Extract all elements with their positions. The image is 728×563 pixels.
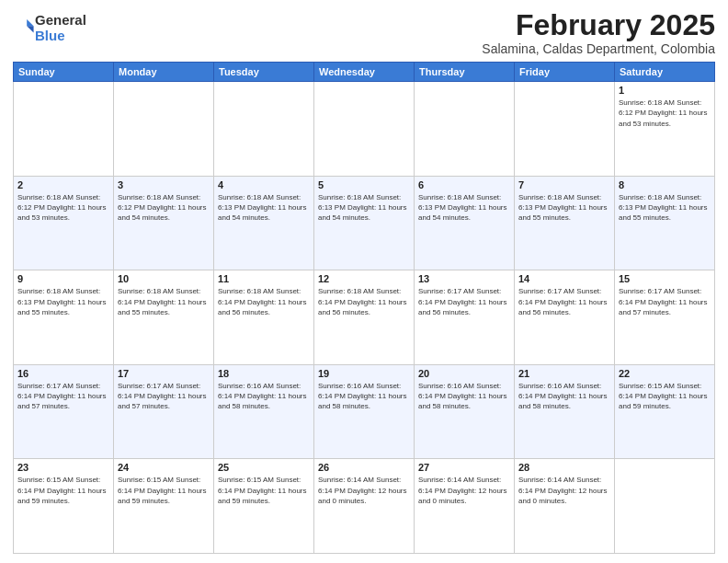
day-cell-0-6: 1Sunrise: 6:18 AM Sunset: 6:12 PM Daylig…	[615, 82, 715, 177]
day-info: Sunrise: 6:17 AM Sunset: 6:14 PM Dayligh…	[518, 286, 610, 317]
header: General Blue February 2025 Salamina, Cal…	[13, 9, 715, 56]
day-info: Sunrise: 6:16 AM Sunset: 6:14 PM Dayligh…	[518, 381, 610, 412]
day-cell-0-0	[14, 82, 114, 177]
day-number: 9	[17, 273, 109, 284]
day-info: Sunrise: 6:14 AM Sunset: 6:14 PM Dayligh…	[318, 475, 410, 506]
day-info: Sunrise: 6:18 AM Sunset: 6:13 PM Dayligh…	[418, 192, 510, 224]
day-cell-3-2: 18Sunrise: 6:16 AM Sunset: 6:14 PM Dayli…	[214, 364, 314, 459]
day-info: Sunrise: 6:18 AM Sunset: 6:14 PM Dayligh…	[318, 286, 410, 317]
month-title: February 2025	[482, 9, 715, 41]
day-info: Sunrise: 6:18 AM Sunset: 6:13 PM Dayligh…	[218, 192, 310, 224]
day-cell-1-3: 5Sunrise: 6:18 AM Sunset: 6:13 PM Daylig…	[314, 176, 415, 270]
day-info: Sunrise: 6:18 AM Sunset: 6:12 PM Dayligh…	[619, 98, 711, 129]
header-friday: Friday	[515, 63, 615, 82]
day-number: 10	[118, 273, 210, 284]
day-cell-0-3	[314, 82, 415, 177]
day-number: 17	[118, 368, 210, 379]
day-number: 23	[17, 462, 109, 473]
day-number: 5	[318, 179, 410, 190]
day-info: Sunrise: 6:18 AM Sunset: 6:14 PM Dayligh…	[218, 286, 310, 317]
day-cell-2-0: 9Sunrise: 6:18 AM Sunset: 6:13 PM Daylig…	[14, 270, 114, 365]
day-number: 28	[518, 462, 610, 473]
day-number: 21	[518, 368, 610, 379]
week-row-1: 1Sunrise: 6:18 AM Sunset: 6:12 PM Daylig…	[14, 82, 715, 177]
week-row-5: 23Sunrise: 6:15 AM Sunset: 6:14 PM Dayli…	[14, 459, 715, 554]
header-tuesday: Tuesday	[214, 63, 314, 82]
header-sunday: Sunday	[14, 63, 114, 82]
day-info: Sunrise: 6:16 AM Sunset: 6:14 PM Dayligh…	[218, 381, 310, 412]
logo-general: General	[35, 12, 86, 28]
day-info: Sunrise: 6:17 AM Sunset: 6:14 PM Dayligh…	[418, 286, 510, 317]
day-info: Sunrise: 6:18 AM Sunset: 6:12 PM Dayligh…	[118, 192, 210, 224]
day-number: 26	[318, 462, 410, 473]
day-cell-2-3: 12Sunrise: 6:18 AM Sunset: 6:14 PM Dayli…	[314, 270, 415, 365]
day-number: 6	[418, 179, 510, 190]
logo-icon	[15, 17, 35, 37]
day-cell-2-6: 15Sunrise: 6:17 AM Sunset: 6:14 PM Dayli…	[615, 270, 715, 365]
day-cell-0-5	[515, 82, 615, 177]
day-number: 8	[619, 179, 711, 190]
day-cell-3-0: 16Sunrise: 6:17 AM Sunset: 6:14 PM Dayli…	[14, 364, 114, 459]
day-cell-3-3: 19Sunrise: 6:16 AM Sunset: 6:14 PM Dayli…	[314, 364, 415, 459]
header-monday: Monday	[114, 63, 214, 82]
day-cell-3-4: 20Sunrise: 6:16 AM Sunset: 6:14 PM Dayli…	[415, 364, 515, 459]
day-info: Sunrise: 6:18 AM Sunset: 6:13 PM Dayligh…	[318, 192, 410, 224]
day-cell-4-0: 23Sunrise: 6:15 AM Sunset: 6:14 PM Dayli…	[14, 459, 114, 554]
day-cell-4-1: 24Sunrise: 6:15 AM Sunset: 6:14 PM Dayli…	[114, 459, 214, 554]
svg-marker-1	[27, 26, 33, 32]
day-number: 20	[418, 368, 510, 379]
day-info: Sunrise: 6:18 AM Sunset: 6:12 PM Dayligh…	[17, 192, 109, 224]
day-info: Sunrise: 6:14 AM Sunset: 6:14 PM Dayligh…	[518, 475, 610, 506]
calendar-table: Sunday Monday Tuesday Wednesday Thursday…	[13, 62, 715, 554]
day-cell-0-4	[415, 82, 515, 177]
week-row-4: 16Sunrise: 6:17 AM Sunset: 6:14 PM Dayli…	[14, 364, 715, 459]
day-number: 12	[318, 273, 410, 284]
day-cell-3-5: 21Sunrise: 6:16 AM Sunset: 6:14 PM Dayli…	[515, 364, 615, 459]
day-cell-0-2	[214, 82, 314, 177]
day-cell-2-5: 14Sunrise: 6:17 AM Sunset: 6:14 PM Dayli…	[515, 270, 615, 365]
day-cell-3-1: 17Sunrise: 6:17 AM Sunset: 6:14 PM Dayli…	[114, 364, 214, 459]
day-number: 14	[518, 273, 610, 284]
day-cell-1-1: 3Sunrise: 6:18 AM Sunset: 6:12 PM Daylig…	[114, 176, 214, 270]
day-info: Sunrise: 6:15 AM Sunset: 6:14 PM Dayligh…	[218, 475, 310, 506]
day-cell-1-0: 2Sunrise: 6:18 AM Sunset: 6:12 PM Daylig…	[14, 176, 114, 270]
day-info: Sunrise: 6:14 AM Sunset: 6:14 PM Dayligh…	[418, 475, 510, 506]
logo: General Blue	[13, 13, 86, 43]
day-cell-1-6: 8Sunrise: 6:18 AM Sunset: 6:13 PM Daylig…	[615, 176, 715, 270]
day-number: 18	[218, 368, 310, 379]
day-info: Sunrise: 6:16 AM Sunset: 6:14 PM Dayligh…	[318, 381, 410, 412]
logo-blue: Blue	[35, 28, 65, 43]
day-info: Sunrise: 6:17 AM Sunset: 6:14 PM Dayligh…	[17, 381, 109, 412]
header-saturday: Saturday	[615, 63, 715, 82]
day-number: 25	[218, 462, 310, 473]
day-info: Sunrise: 6:15 AM Sunset: 6:14 PM Dayligh…	[619, 381, 711, 412]
logo-text: General Blue	[35, 13, 86, 43]
day-number: 13	[418, 273, 510, 284]
day-info: Sunrise: 6:18 AM Sunset: 6:13 PM Dayligh…	[518, 192, 610, 224]
week-row-2: 2Sunrise: 6:18 AM Sunset: 6:12 PM Daylig…	[14, 176, 715, 270]
day-cell-2-2: 11Sunrise: 6:18 AM Sunset: 6:14 PM Dayli…	[214, 270, 314, 365]
weekday-header-row: Sunday Monday Tuesday Wednesday Thursday…	[14, 63, 715, 82]
day-number: 27	[418, 462, 510, 473]
day-number: 1	[619, 85, 711, 96]
header-thursday: Thursday	[415, 63, 515, 82]
day-info: Sunrise: 6:15 AM Sunset: 6:14 PM Dayligh…	[118, 475, 210, 506]
day-cell-4-2: 25Sunrise: 6:15 AM Sunset: 6:14 PM Dayli…	[214, 459, 314, 554]
day-cell-2-4: 13Sunrise: 6:17 AM Sunset: 6:14 PM Dayli…	[415, 270, 515, 365]
day-number: 22	[619, 368, 711, 379]
title-block: February 2025 Salamina, Caldas Departmen…	[482, 9, 715, 56]
day-cell-0-1	[114, 82, 214, 177]
day-number: 24	[118, 462, 210, 473]
day-number: 15	[619, 273, 711, 284]
day-info: Sunrise: 6:18 AM Sunset: 6:14 PM Dayligh…	[118, 286, 210, 317]
page: General Blue February 2025 Salamina, Cal…	[0, 0, 728, 563]
day-number: 3	[118, 179, 210, 190]
day-cell-4-5: 28Sunrise: 6:14 AM Sunset: 6:14 PM Dayli…	[515, 459, 615, 554]
day-cell-4-3: 26Sunrise: 6:14 AM Sunset: 6:14 PM Dayli…	[314, 459, 415, 554]
day-info: Sunrise: 6:17 AM Sunset: 6:14 PM Dayligh…	[118, 381, 210, 412]
day-number: 16	[17, 368, 109, 379]
day-cell-1-4: 6Sunrise: 6:18 AM Sunset: 6:13 PM Daylig…	[415, 176, 515, 270]
day-cell-3-6: 22Sunrise: 6:15 AM Sunset: 6:14 PM Dayli…	[615, 364, 715, 459]
week-row-3: 9Sunrise: 6:18 AM Sunset: 6:13 PM Daylig…	[14, 270, 715, 365]
day-info: Sunrise: 6:17 AM Sunset: 6:14 PM Dayligh…	[619, 286, 711, 317]
